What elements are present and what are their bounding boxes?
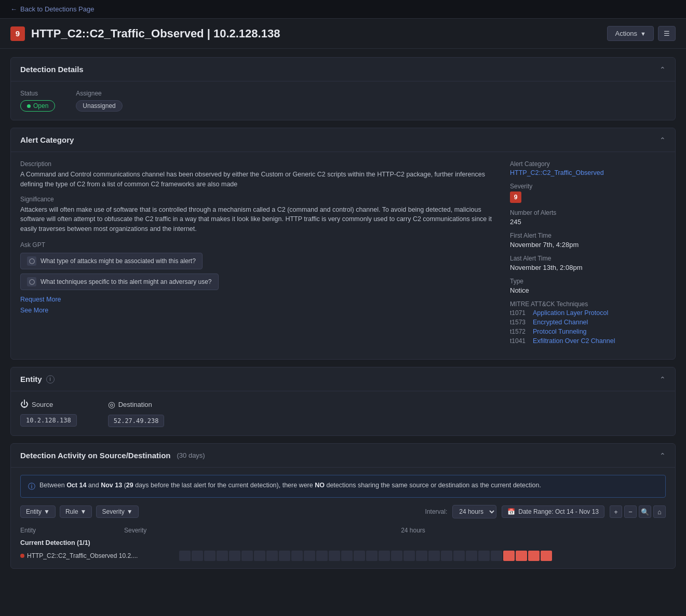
- bar: [217, 551, 228, 561]
- mitre-link[interactable]: Exfiltration Over C2 Channel: [533, 337, 615, 345]
- detection-details-body: Status Open Assignee Unassigned: [11, 81, 675, 120]
- info-oct14: Oct 14: [66, 482, 86, 489]
- notes-button[interactable]: ☰: [658, 26, 676, 41]
- calendar-icon: 📅: [507, 508, 515, 515]
- bar: [428, 551, 440, 561]
- info-box: ⓘ Between Oct 14 and Nov 13 (29 days bef…: [20, 475, 666, 498]
- gpt-btn-1[interactable]: ◯ What type of attacks might be associat…: [20, 253, 203, 269]
- collapse-icon-activity[interactable]: ⌃: [660, 451, 666, 460]
- last-alert-field: Last Alert Time November 13th, 2:08pm: [510, 255, 666, 271]
- status-dot: [27, 104, 31, 108]
- bar: [291, 551, 303, 561]
- entity-filter-btn[interactable]: Entity ▼: [20, 505, 56, 518]
- severity-col-header: Severity: [124, 527, 160, 534]
- alert-category-card: Alert Category ⌃ Description A Command a…: [10, 128, 676, 360]
- bar: [204, 551, 216, 561]
- mitre-id: t1071: [510, 309, 529, 317]
- mitre-label: MITRE ATT&CK Techniques: [510, 300, 666, 308]
- filter-group: Entity ▼ Rule ▼ Severity ▼: [20, 505, 139, 518]
- header-actions: Actions ▼ ☰: [607, 26, 676, 41]
- first-alert-label: First Alert Time: [510, 232, 666, 239]
- collapse-icon-entity[interactable]: ⌃: [660, 375, 666, 384]
- assignee-field: Assignee Unassigned: [76, 90, 122, 112]
- info-text: Between Oct 14 and Nov 13 (29 days befor…: [39, 481, 541, 490]
- bar: [391, 551, 402, 561]
- status-field: Status Open: [20, 90, 55, 112]
- mitre-list: t1071Application Layer Protocolt1573Encr…: [510, 309, 666, 345]
- entity-grid: ⏻ Source 10.2.128.138 ◎ Destination 52.2…: [20, 400, 666, 427]
- alert-category-header: Alert Category ⌃: [11, 128, 675, 152]
- mitre-link[interactable]: Encrypted Channel: [533, 319, 588, 326]
- zoom-in-btn[interactable]: +: [610, 505, 622, 518]
- ask-gpt-label: Ask GPT: [20, 241, 494, 249]
- rule-filter-btn[interactable]: Rule ▼: [60, 505, 92, 518]
- bar: [516, 551, 527, 561]
- activity-title: Detection Activity on Source/Destination: [20, 451, 171, 460]
- home-btn[interactable]: ⌂: [653, 505, 666, 518]
- top-bar: ← Back to Detections Page: [0, 0, 686, 19]
- gpt-icon-1: ◯: [27, 256, 36, 266]
- alert-category-title: Alert Category: [20, 135, 74, 144]
- back-arrow-icon: ←: [10, 5, 17, 13]
- destination-col: ◎ Destination 52.27.49.238: [108, 400, 165, 427]
- last-alert-label: Last Alert Time: [510, 255, 666, 262]
- collapse-icon[interactable]: ⌃: [660, 65, 666, 74]
- bar: [379, 551, 390, 561]
- page-header: 9 HTTP_C2::C2_Traffic_Observed | 10.2.12…: [0, 19, 686, 49]
- mitre-link[interactable]: Protocol Tunneling: [533, 328, 587, 335]
- zoom-out-btn[interactable]: −: [624, 505, 637, 518]
- entity-title-area: Entity i: [20, 375, 55, 384]
- collapse-icon-alert[interactable]: ⌃: [660, 136, 666, 144]
- chevron-severity-icon: ▼: [127, 508, 133, 515]
- assignee-value: Unassigned: [76, 100, 122, 112]
- notes-icon: ☰: [664, 30, 670, 37]
- interval-group: Interval: 24 hours 📅 Date Range: Oct 14 …: [425, 505, 666, 518]
- mitre-id: t1041: [510, 337, 529, 345]
- mitre-row: t1071Application Layer Protocol: [510, 309, 666, 317]
- info-icon: ⓘ: [28, 481, 35, 492]
- detection-activity-header: Detection Activity on Source/Destination…: [11, 444, 675, 468]
- status-label: Status: [20, 90, 55, 97]
- actions-button[interactable]: Actions ▼: [607, 26, 654, 41]
- source-col: ⏻ Source 10.2.128.138: [20, 400, 77, 427]
- magnify-btn[interactable]: 🔍: [639, 505, 651, 518]
- bar: [541, 551, 552, 561]
- mitre-row: t1041Exfiltration Over C2 Channel: [510, 337, 666, 345]
- alert-category-field-value[interactable]: HTTP_C2::C2_Traffic_Observed: [510, 169, 666, 176]
- alert-category-body: Description A Command and Control commun…: [11, 152, 675, 359]
- entity-info-icon: i: [46, 375, 55, 384]
- bar: [316, 551, 328, 561]
- request-more-link[interactable]: Request More: [20, 296, 61, 303]
- gpt-icon-2: ◯: [27, 277, 36, 286]
- last-alert-value: November 13th, 2:08pm: [510, 264, 666, 271]
- bar: [341, 551, 353, 561]
- status-value: Open: [33, 102, 48, 109]
- alert-right: Alert Category HTTP_C2::C2_Traffic_Obser…: [510, 160, 666, 351]
- mitre-id: t1573: [510, 319, 529, 326]
- bar: [241, 551, 253, 561]
- back-link[interactable]: ← Back to Detections Page: [10, 5, 94, 13]
- severity-filter-btn[interactable]: Severity ▼: [96, 505, 138, 518]
- bar: [366, 551, 378, 561]
- chart-controls: + − 🔍 ⌂: [610, 505, 666, 518]
- chevron-down-icon: ▼: [640, 31, 646, 37]
- detection-activity-body: ⓘ Between Oct 14 and Nov 13 (29 days bef…: [11, 468, 675, 568]
- alert-category-field-label: Alert Category: [510, 160, 666, 168]
- chevron-entity-icon: ▼: [44, 508, 50, 515]
- bar: [416, 551, 427, 561]
- mitre-link[interactable]: Application Layer Protocol: [533, 309, 608, 317]
- significance-text: Attackers will often make use of softwar…: [20, 205, 494, 234]
- current-detection-label: Current Detection (1/1): [20, 539, 666, 546]
- detection-details-grid: Status Open Assignee Unassigned: [20, 90, 666, 112]
- detection-row: HTTP_C2::C2_Traffic_Observed 10.2....: [20, 551, 666, 561]
- bar: [453, 551, 465, 561]
- source-icon: ⏻: [20, 400, 29, 409]
- content-area: Detection Details ⌃ Status Open Assignee…: [0, 49, 686, 577]
- status-badge: Open: [20, 100, 55, 112]
- bar: [179, 551, 191, 561]
- type-field: Type Notice: [510, 278, 666, 294]
- severity-field: Severity 9: [510, 183, 666, 203]
- gpt-btn-2[interactable]: ◯ What techniques specific to this alert…: [20, 273, 219, 290]
- see-more-link[interactable]: See More: [20, 307, 48, 314]
- interval-select[interactable]: 24 hours: [452, 505, 496, 518]
